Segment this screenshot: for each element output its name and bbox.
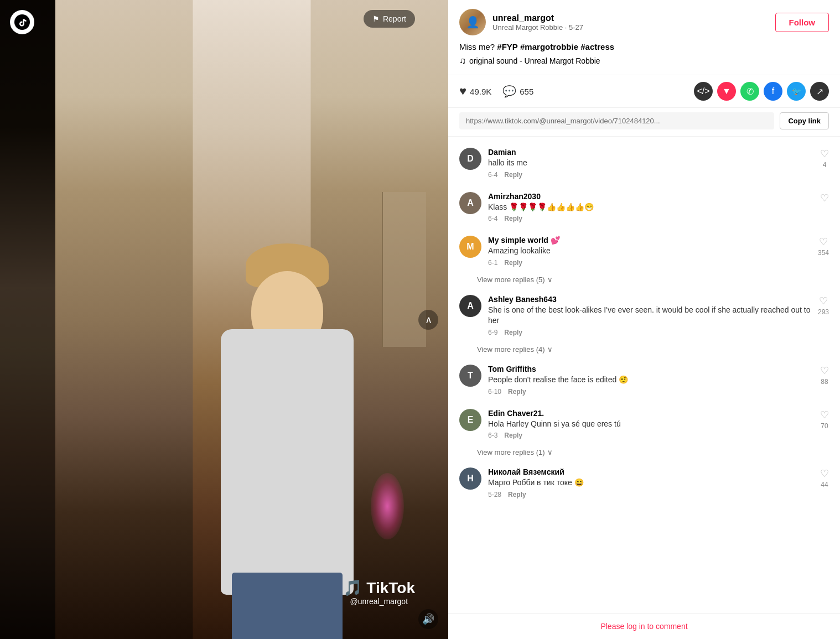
comment-text: She is one of the best look-alikes I've … bbox=[488, 305, 811, 326]
view-more-replies[interactable]: View more replies (4) ∨ bbox=[448, 343, 840, 358]
comment-like: ♡ 354 bbox=[818, 236, 829, 257]
sound-name[interactable]: original sound - Unreal Margot Robbie bbox=[469, 56, 600, 65]
avatar-letter: A bbox=[467, 198, 474, 208]
hallway-scene bbox=[55, 0, 448, 639]
avatar-letter: A bbox=[467, 301, 474, 311]
avatar-letter: E bbox=[468, 415, 474, 425]
comment-username[interactable]: Amirzhan2030 bbox=[488, 192, 813, 201]
code-icon: </> bbox=[697, 86, 709, 96]
comment-heart-icon[interactable]: ♡ bbox=[820, 467, 829, 480]
comment-heart-icon[interactable]: ♡ bbox=[820, 192, 829, 204]
chevron-down-icon: ∨ bbox=[547, 448, 553, 456]
display-name: Unreal Margot Robbie bbox=[492, 23, 563, 32]
comment-heart-icon[interactable]: ♡ bbox=[819, 295, 828, 307]
comment-heart-icon[interactable]: ♡ bbox=[820, 148, 829, 160]
comment-time: 6-9 bbox=[488, 329, 497, 336]
tiktok-app-logo[interactable] bbox=[10, 10, 34, 34]
comment-username[interactable]: My simple world 💕 bbox=[488, 236, 811, 245]
comment-body: Ashley Banesh643 She is one of the best … bbox=[488, 295, 811, 336]
right-panel: 👤 unreal_margot Unreal Margot Robbie · 5… bbox=[448, 0, 840, 639]
comment-like-count: 354 bbox=[818, 249, 829, 257]
comment-like: ♡ bbox=[820, 192, 829, 205]
view-more-replies[interactable]: View more replies (1) ∨ bbox=[448, 446, 840, 461]
reply-button[interactable]: Reply bbox=[504, 329, 522, 336]
comments-stat[interactable]: 💬 655 bbox=[502, 85, 533, 98]
copy-link-button[interactable]: Copy link bbox=[780, 112, 829, 129]
comments-section: D Damian hallo its me 6-4 Reply ♡ 4 A Am… bbox=[448, 137, 840, 613]
comment-heart-icon[interactable]: ♡ bbox=[819, 236, 828, 248]
comment-avatar: A bbox=[459, 192, 481, 214]
hashtag-actress[interactable]: #actress bbox=[580, 42, 614, 51]
share-twitter-button[interactable]: 🐦 bbox=[787, 82, 806, 101]
chevron-up-icon: ∧ bbox=[425, 314, 432, 326]
video-sidebar-dark bbox=[0, 0, 61, 639]
comment-body: Edin Chaver21. Hola Harley Quinn si ya s… bbox=[488, 409, 813, 440]
pink-light bbox=[371, 473, 404, 539]
user-avatar[interactable]: 👤 bbox=[459, 9, 486, 35]
comment-username[interactable]: Tom Griffiths bbox=[488, 365, 813, 373]
embed-button[interactable]: </> bbox=[694, 82, 713, 101]
comment-like: ♡ 70 bbox=[820, 409, 829, 430]
comment-username[interactable]: Edin Chaver21. bbox=[488, 409, 813, 418]
comment-avatar: M bbox=[459, 236, 481, 258]
person-figure bbox=[199, 207, 376, 639]
person-legs bbox=[232, 573, 343, 639]
stats-row: ♥ 49.9K 💬 655 </> ▼ ✆ f 🐦 bbox=[448, 75, 840, 108]
share-facebook-button[interactable]: f bbox=[764, 82, 782, 101]
chevron-down-icon: ∨ bbox=[547, 276, 553, 284]
twitter-icon: 🐦 bbox=[792, 87, 801, 96]
comment-body: My simple world 💕 Amazing lookalike 6-1 … bbox=[488, 236, 811, 267]
volume-button[interactable]: 🔊 bbox=[418, 609, 438, 629]
comment-text: Klass 🌹🌹🌹🌹👍👍👍👍😁 bbox=[488, 202, 813, 213]
hashtag-fyp[interactable]: #FYP bbox=[497, 42, 518, 51]
reply-button[interactable]: Reply bbox=[504, 215, 522, 222]
comment-username[interactable]: Damian bbox=[488, 148, 813, 157]
url-row: Copy link bbox=[448, 108, 840, 137]
volume-icon: 🔊 bbox=[422, 613, 434, 625]
follow-button[interactable]: Follow bbox=[775, 13, 829, 32]
share-whatsapp-button[interactable]: ✆ bbox=[740, 82, 759, 101]
report-button[interactable]: ⚑ Report bbox=[364, 10, 415, 28]
comment-meta: 5-28 Reply bbox=[488, 491, 813, 498]
comment-body: Damian hallo its me 6-4 Reply bbox=[488, 148, 813, 179]
comment-avatar: T bbox=[459, 365, 481, 387]
comment-item: M My simple world 💕 Amazing lookalike 6-… bbox=[448, 229, 840, 273]
view-more-replies[interactable]: View more replies (5) ∨ bbox=[448, 273, 840, 288]
reply-button[interactable]: Reply bbox=[508, 491, 526, 498]
reply-button[interactable]: Reply bbox=[504, 259, 522, 267]
comment-footer: Please log in to comment bbox=[448, 613, 840, 639]
comment-like: ♡ 293 bbox=[818, 295, 829, 316]
comment-avatar: A bbox=[459, 295, 481, 317]
comment-heart-icon[interactable]: ♡ bbox=[820, 409, 829, 421]
comment-meta: 6-3 Reply bbox=[488, 432, 813, 439]
login-prompt[interactable]: Please log in to comment bbox=[600, 622, 687, 631]
comment-heart-icon[interactable]: ♡ bbox=[820, 365, 829, 377]
report-label: Report bbox=[383, 14, 406, 23]
comment-item: A Amirzhan2030 Klass 🌹🌹🌹🌹👍👍👍👍😁 6-4 Reply… bbox=[448, 185, 840, 230]
comment-text: Hola Harley Quinn si ya sé que eres tú bbox=[488, 419, 813, 430]
likes-stat[interactable]: ♥ 49.9K bbox=[459, 84, 491, 98]
share-tiktok-button[interactable]: ▼ bbox=[717, 82, 736, 101]
reply-button[interactable]: Reply bbox=[504, 171, 522, 179]
username[interactable]: unreal_margot bbox=[492, 13, 583, 23]
comment-username[interactable]: Николай Вяземский bbox=[488, 467, 813, 476]
comment-like-count: 70 bbox=[821, 422, 828, 430]
comment-username[interactable]: Ashley Banesh643 bbox=[488, 295, 811, 304]
reply-button[interactable]: Reply bbox=[504, 432, 522, 439]
flag-icon: ⚑ bbox=[372, 14, 380, 23]
scroll-up-button[interactable]: ∧ bbox=[418, 310, 438, 330]
share-more-button[interactable]: ↗ bbox=[810, 82, 829, 101]
url-input[interactable] bbox=[459, 112, 774, 129]
comment-body: Николай Вяземский Марго Робби в тик токе… bbox=[488, 467, 813, 498]
person-body bbox=[221, 329, 354, 595]
stats-left: ♥ 49.9K 💬 655 bbox=[459, 84, 533, 98]
avatar-letter: D bbox=[467, 154, 474, 164]
comment-like-count: 44 bbox=[821, 481, 828, 489]
comment-time: 6-1 bbox=[488, 259, 497, 267]
reply-button[interactable]: Reply bbox=[508, 388, 526, 396]
heart-icon: ♥ bbox=[459, 84, 466, 98]
forward-icon: ↗ bbox=[816, 86, 823, 97]
hashtag-margotrobbie[interactable]: #margotrobbie bbox=[520, 42, 578, 51]
comment-body: Amirzhan2030 Klass 🌹🌹🌹🌹👍👍👍👍😁 6-4 Reply bbox=[488, 192, 813, 223]
comment-item: E Edin Chaver21. Hola Harley Quinn si ya… bbox=[448, 402, 840, 446]
